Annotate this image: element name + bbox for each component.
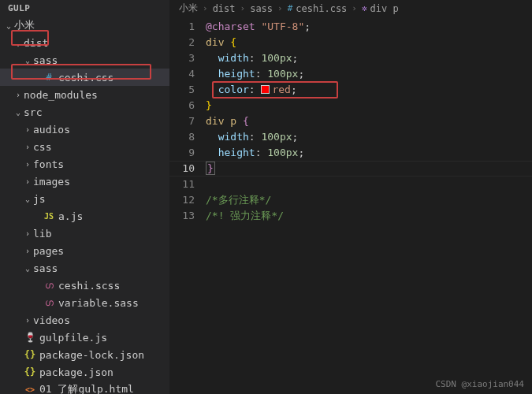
sidebar: GULP ⌄ 小米 ⌄ dist ⌄ sass # ceshi.css › no… [0, 0, 169, 394]
file-label: package-lock.json [39, 349, 144, 361]
code-line: } [206, 98, 532, 113]
folder-label: css [33, 141, 51, 153]
code-line: height: 100px; [206, 66, 532, 82]
gulp-icon: 🍷 [24, 332, 36, 343]
folder-videos[interactable]: ›videos [0, 311, 169, 329]
folder-sass[interactable]: ⌄sass [0, 259, 169, 277]
breadcrumb-item[interactable]: 小米 [179, 2, 198, 15]
file-label: gulpfile.js [39, 332, 107, 344]
file-ceshi-css[interactable]: # ceshi.css [0, 69, 169, 86]
line-number: 9 [169, 145, 195, 161]
chevron-down-icon: ⌄ [3, 21, 14, 30]
chevron-right-icon: › [22, 143, 33, 151]
sass-icon: ഗ [43, 297, 55, 308]
folder-label: sass [33, 54, 58, 66]
code-line: div { [206, 35, 532, 50]
css-icon: # [43, 72, 55, 83]
folder-images[interactable]: ›images [0, 173, 169, 190]
json-icon: {} [24, 349, 36, 360]
editor: 小米 › dist › sass › #ceshi.css › ✲div p 1… [169, 0, 532, 394]
breadcrumb-item[interactable]: sass [250, 3, 273, 14]
breadcrumb-label: dist [213, 3, 236, 14]
folder-label: sass [33, 262, 58, 274]
json-icon: {} [24, 366, 36, 377]
file-html1[interactable]: <>01_了解gulp.html [0, 381, 169, 394]
folder-lib[interactable]: ›lib [0, 225, 169, 242]
line-number: 13 [169, 208, 195, 224]
folder-src[interactable]: ⌄ src [0, 103, 169, 121]
breadcrumb-item[interactable]: dist [213, 3, 236, 14]
folder-js[interactable]: ⌄js [0, 190, 169, 207]
html-icon: <> [24, 385, 36, 394]
folder-audios[interactable]: ›audios [0, 121, 169, 138]
folder-pages[interactable]: ›pages [0, 242, 169, 259]
code-lines[interactable]: @charset "UTF-8"; div { width: 100px; he… [206, 19, 532, 394]
folder-label: src [24, 106, 42, 118]
file-a-js[interactable]: JSa.js [0, 207, 169, 225]
folder-label: pages [33, 245, 64, 257]
code-line [206, 177, 532, 192]
breadcrumb-item[interactable]: #ceshi.css [288, 3, 348, 14]
code-area[interactable]: 1 2 3 4 5 6 7 8 9 10 11 12 13 @charset "… [169, 17, 532, 394]
code-line: } [206, 161, 532, 177]
code-line: width: 100px; [206, 129, 532, 145]
folder-css[interactable]: ›css [0, 138, 169, 155]
folder-label: js [33, 193, 46, 205]
tree-root[interactable]: ⌄ 小米 [0, 17, 169, 34]
explorer-title: GULP [0, 0, 169, 17]
line-number: 2 [169, 35, 195, 50]
breadcrumb-label: div p [370, 3, 399, 14]
file-package[interactable]: {}package.json [0, 363, 169, 381]
folder-dist-sass[interactable]: ⌄ sass [0, 51, 169, 69]
breadcrumb-label: 小米 [179, 2, 198, 15]
code-line: width: 100px; [206, 50, 532, 66]
folder-label: 小米 [14, 18, 35, 32]
file-label: package.json [39, 366, 113, 378]
chevron-down-icon: ⌄ [13, 108, 24, 117]
folder-label: audios [33, 124, 70, 136]
folder-label: fonts [33, 158, 64, 170]
file-label: ceshi.css [58, 72, 113, 84]
folder-label: videos [33, 314, 70, 326]
breadcrumbs[interactable]: 小米 › dist › sass › #ceshi.css › ✲div p [169, 0, 532, 17]
chevron-right-icon: › [22, 160, 33, 169]
selector-icon: ✲ [362, 3, 367, 13]
file-tree: ⌄ 小米 ⌄ dist ⌄ sass # ceshi.css › node_mo… [0, 17, 169, 394]
css-icon: # [288, 3, 293, 13]
code-line: /*多行注释*/ [206, 192, 532, 208]
line-number: 11 [169, 177, 195, 192]
file-label: variable.sass [58, 297, 139, 309]
code-line: div p { [206, 113, 532, 129]
file-label: 01_了解gulp.html [39, 382, 134, 394]
line-number: 7 [169, 113, 195, 129]
folder-label: lib [33, 228, 51, 240]
chevron-right-icon: › [352, 3, 357, 13]
chevron-right-icon: › [13, 91, 24, 99]
js-icon: JS [43, 212, 55, 221]
code-line: color: red; [206, 82, 532, 98]
chevron-right-icon: › [240, 3, 246, 13]
file-package-lock[interactable]: {}package-lock.json [0, 346, 169, 363]
code-line: height: 100px; [206, 145, 532, 161]
folder-fonts[interactable]: ›fonts [0, 155, 169, 173]
folder-dist[interactable]: ⌄ dist [0, 34, 169, 51]
folder-node-modules[interactable]: › node_modules [0, 86, 169, 103]
chevron-down-icon: ⌄ [22, 56, 33, 65]
folder-label: dist [24, 37, 48, 49]
file-variable-sass[interactable]: ഗvariable.sass [0, 294, 169, 311]
breadcrumb-item[interactable]: ✲div p [362, 3, 399, 14]
folder-label: images [33, 176, 70, 188]
line-number: 12 [169, 192, 195, 208]
chevron-right-icon: › [22, 229, 33, 238]
file-gulpfile[interactable]: 🍷gulpfile.js [0, 329, 169, 346]
code-line: @charset "UTF-8"; [206, 19, 532, 35]
folder-label: node_modules [24, 89, 98, 101]
file-label: ceshi.scss [58, 280, 120, 292]
breadcrumb-label: ceshi.css [296, 3, 347, 14]
file-ceshi-scss[interactable]: ഗceshi.scss [0, 277, 169, 294]
chevron-right-icon: › [22, 177, 33, 186]
file-label: a.js [58, 210, 83, 222]
chevron-right-icon: › [277, 3, 283, 13]
sass-icon: ഗ [43, 280, 55, 291]
chevron-down-icon: ⌄ [13, 39, 24, 47]
